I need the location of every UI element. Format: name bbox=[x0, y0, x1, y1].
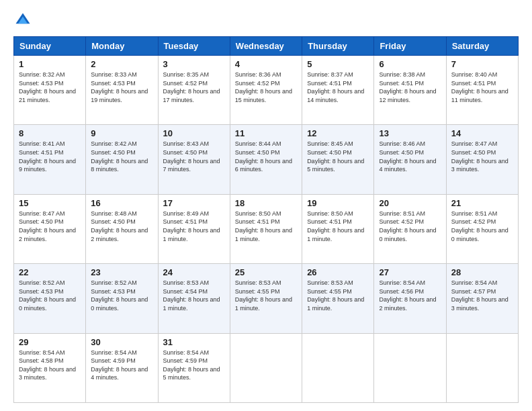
day-cell: 18 Sunrise: 8:50 AMSunset: 4:51 PMDaylig… bbox=[230, 194, 302, 263]
day-number: 21 bbox=[451, 198, 513, 208]
day-number: 10 bbox=[163, 128, 225, 138]
day-detail: Sunrise: 8:53 AMSunset: 4:55 PMDaylight:… bbox=[307, 279, 364, 312]
day-cell: 26 Sunrise: 8:53 AMSunset: 4:55 PMDaylig… bbox=[302, 264, 374, 333]
day-cell: 16 Sunrise: 8:48 AMSunset: 4:50 PMDaylig… bbox=[86, 194, 158, 263]
day-number: 23 bbox=[91, 267, 152, 277]
day-cell: 25 Sunrise: 8:53 AMSunset: 4:55 PMDaylig… bbox=[230, 264, 302, 333]
day-detail: Sunrise: 8:54 AMSunset: 4:59 PMDaylight:… bbox=[163, 349, 220, 381]
col-header-wednesday: Wednesday bbox=[230, 37, 302, 56]
day-detail: Sunrise: 8:50 AMSunset: 4:51 PMDaylight:… bbox=[307, 210, 364, 242]
day-detail: Sunrise: 8:54 AMSunset: 4:57 PMDaylight:… bbox=[451, 279, 508, 312]
day-cell bbox=[230, 333, 302, 402]
day-cell: 15 Sunrise: 8:47 AMSunset: 4:50 PMDaylig… bbox=[14, 194, 86, 263]
week-row-3: 15 Sunrise: 8:47 AMSunset: 4:50 PMDaylig… bbox=[14, 194, 519, 263]
day-detail: Sunrise: 8:42 AMSunset: 4:50 PMDaylight:… bbox=[91, 140, 148, 173]
col-header-friday: Friday bbox=[374, 37, 446, 56]
logo bbox=[13, 11, 35, 30]
day-number: 11 bbox=[235, 128, 297, 138]
day-cell: 4 Sunrise: 8:36 AMSunset: 4:52 PMDayligh… bbox=[230, 56, 302, 125]
day-detail: Sunrise: 8:53 AMSunset: 4:54 PMDaylight:… bbox=[163, 279, 220, 312]
day-detail: Sunrise: 8:37 AMSunset: 4:51 PMDaylight:… bbox=[307, 71, 364, 103]
calendar-header-row: SundayMondayTuesdayWednesdayThursdayFrid… bbox=[14, 37, 519, 56]
col-header-thursday: Thursday bbox=[302, 37, 374, 56]
day-number: 4 bbox=[235, 59, 297, 69]
day-cell: 10 Sunrise: 8:43 AMSunset: 4:50 PMDaylig… bbox=[158, 125, 230, 194]
day-cell: 23 Sunrise: 8:52 AMSunset: 4:53 PMDaylig… bbox=[86, 264, 158, 333]
day-number: 20 bbox=[379, 198, 441, 208]
day-detail: Sunrise: 8:53 AMSunset: 4:55 PMDaylight:… bbox=[235, 279, 292, 312]
logo-icon bbox=[13, 11, 32, 30]
day-detail: Sunrise: 8:45 AMSunset: 4:50 PMDaylight:… bbox=[307, 140, 364, 173]
day-number: 3 bbox=[163, 59, 225, 69]
day-number: 15 bbox=[19, 198, 81, 208]
day-cell: 6 Sunrise: 8:38 AMSunset: 4:51 PMDayligh… bbox=[374, 56, 446, 125]
day-cell: 5 Sunrise: 8:37 AMSunset: 4:51 PMDayligh… bbox=[302, 56, 374, 125]
day-number: 12 bbox=[307, 128, 369, 138]
day-cell bbox=[374, 333, 446, 402]
day-detail: Sunrise: 8:51 AMSunset: 4:52 PMDaylight:… bbox=[451, 210, 508, 242]
day-cell: 22 Sunrise: 8:52 AMSunset: 4:53 PMDaylig… bbox=[14, 264, 86, 333]
day-cell: 29 Sunrise: 8:54 AMSunset: 4:58 PMDaylig… bbox=[14, 333, 86, 402]
day-detail: Sunrise: 8:44 AMSunset: 4:50 PMDaylight:… bbox=[235, 140, 292, 173]
day-detail: Sunrise: 8:51 AMSunset: 4:52 PMDaylight:… bbox=[379, 210, 436, 242]
day-detail: Sunrise: 8:47 AMSunset: 4:50 PMDaylight:… bbox=[19, 210, 76, 242]
day-number: 5 bbox=[307, 59, 369, 69]
day-detail: Sunrise: 8:35 AMSunset: 4:52 PMDaylight:… bbox=[163, 71, 220, 103]
day-detail: Sunrise: 8:40 AMSunset: 4:51 PMDaylight:… bbox=[451, 71, 508, 103]
day-detail: Sunrise: 8:54 AMSunset: 4:58 PMDaylight:… bbox=[19, 349, 76, 381]
day-number: 27 bbox=[379, 267, 441, 277]
week-row-1: 1 Sunrise: 8:32 AMSunset: 4:53 PMDayligh… bbox=[14, 56, 519, 125]
day-cell: 20 Sunrise: 8:51 AMSunset: 4:52 PMDaylig… bbox=[374, 194, 446, 263]
day-detail: Sunrise: 8:41 AMSunset: 4:51 PMDaylight:… bbox=[19, 140, 76, 173]
day-cell: 27 Sunrise: 8:54 AMSunset: 4:56 PMDaylig… bbox=[374, 264, 446, 333]
day-cell: 9 Sunrise: 8:42 AMSunset: 4:50 PMDayligh… bbox=[86, 125, 158, 194]
day-detail: Sunrise: 8:47 AMSunset: 4:50 PMDaylight:… bbox=[451, 140, 508, 173]
day-cell: 19 Sunrise: 8:50 AMSunset: 4:51 PMDaylig… bbox=[302, 194, 374, 263]
week-row-5: 29 Sunrise: 8:54 AMSunset: 4:58 PMDaylig… bbox=[14, 333, 519, 402]
day-cell: 7 Sunrise: 8:40 AMSunset: 4:51 PMDayligh… bbox=[446, 56, 518, 125]
day-detail: Sunrise: 8:38 AMSunset: 4:51 PMDaylight:… bbox=[379, 71, 436, 103]
week-row-4: 22 Sunrise: 8:52 AMSunset: 4:53 PMDaylig… bbox=[14, 264, 519, 333]
day-detail: Sunrise: 8:50 AMSunset: 4:51 PMDaylight:… bbox=[235, 210, 292, 242]
day-cell: 8 Sunrise: 8:41 AMSunset: 4:51 PMDayligh… bbox=[14, 125, 86, 194]
day-cell: 31 Sunrise: 8:54 AMSunset: 4:59 PMDaylig… bbox=[158, 333, 230, 402]
day-number: 8 bbox=[19, 128, 81, 138]
day-cell: 1 Sunrise: 8:32 AMSunset: 4:53 PMDayligh… bbox=[14, 56, 86, 125]
day-number: 29 bbox=[19, 337, 81, 347]
day-detail: Sunrise: 8:54 AMSunset: 4:56 PMDaylight:… bbox=[379, 279, 436, 312]
day-detail: Sunrise: 8:33 AMSunset: 4:53 PMDaylight:… bbox=[91, 71, 148, 103]
day-number: 7 bbox=[451, 59, 513, 69]
day-detail: Sunrise: 8:48 AMSunset: 4:50 PMDaylight:… bbox=[91, 210, 148, 242]
page: SundayMondayTuesdayWednesdayThursdayFrid… bbox=[0, 0, 532, 411]
day-cell: 2 Sunrise: 8:33 AMSunset: 4:53 PMDayligh… bbox=[86, 56, 158, 125]
day-detail: Sunrise: 8:36 AMSunset: 4:52 PMDaylight:… bbox=[235, 71, 292, 103]
day-number: 14 bbox=[451, 128, 513, 138]
header bbox=[13, 11, 519, 30]
day-cell: 3 Sunrise: 8:35 AMSunset: 4:52 PMDayligh… bbox=[158, 56, 230, 125]
day-number: 6 bbox=[379, 59, 441, 69]
day-cell bbox=[446, 333, 518, 402]
day-number: 1 bbox=[19, 59, 81, 69]
day-number: 28 bbox=[451, 267, 513, 277]
day-cell: 17 Sunrise: 8:49 AMSunset: 4:51 PMDaylig… bbox=[158, 194, 230, 263]
calendar: SundayMondayTuesdayWednesdayThursdayFrid… bbox=[13, 36, 519, 403]
day-number: 19 bbox=[307, 198, 369, 208]
col-header-monday: Monday bbox=[86, 37, 158, 56]
day-number: 31 bbox=[163, 337, 225, 347]
day-number: 9 bbox=[91, 128, 152, 138]
col-header-saturday: Saturday bbox=[446, 37, 518, 56]
day-number: 25 bbox=[235, 267, 297, 277]
col-header-tuesday: Tuesday bbox=[158, 37, 230, 56]
day-cell: 13 Sunrise: 8:46 AMSunset: 4:50 PMDaylig… bbox=[374, 125, 446, 194]
day-cell: 12 Sunrise: 8:45 AMSunset: 4:50 PMDaylig… bbox=[302, 125, 374, 194]
day-number: 24 bbox=[163, 267, 225, 277]
day-cell: 14 Sunrise: 8:47 AMSunset: 4:50 PMDaylig… bbox=[446, 125, 518, 194]
day-number: 30 bbox=[91, 337, 152, 347]
day-detail: Sunrise: 8:52 AMSunset: 4:53 PMDaylight:… bbox=[19, 279, 76, 312]
day-cell: 30 Sunrise: 8:54 AMSunset: 4:59 PMDaylig… bbox=[86, 333, 158, 402]
day-cell bbox=[302, 333, 374, 402]
day-number: 18 bbox=[235, 198, 297, 208]
day-number: 22 bbox=[19, 267, 81, 277]
day-number: 2 bbox=[91, 59, 152, 69]
day-cell: 21 Sunrise: 8:51 AMSunset: 4:52 PMDaylig… bbox=[446, 194, 518, 263]
